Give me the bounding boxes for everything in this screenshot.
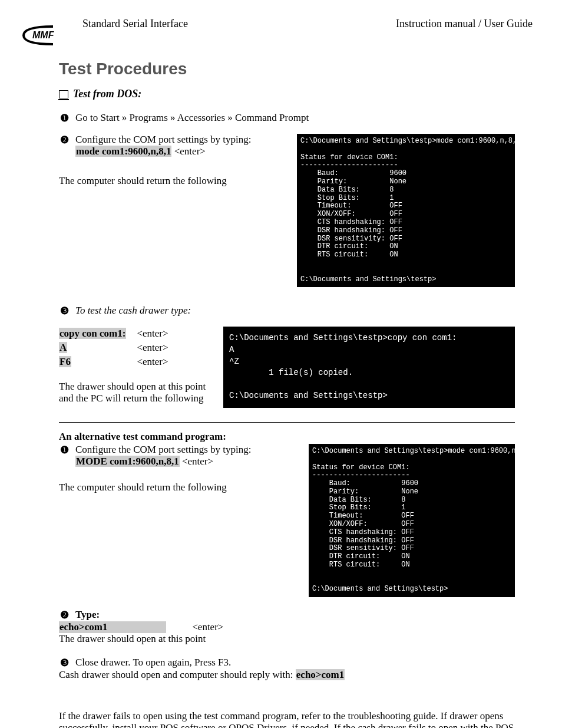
header-right: Instruction manual / User Guide: [396, 18, 533, 30]
bullet-2: ❷: [59, 134, 70, 146]
cmd-echo-com1: echo>com1: [59, 621, 166, 633]
bullet-3: ❸: [59, 305, 70, 317]
svg-text:MMF: MMF: [32, 30, 55, 40]
terminal-output-1: C:\Documents and Settings\testp>mode com…: [297, 134, 515, 287]
bullet-1: ❶: [59, 112, 70, 124]
alt-title: An alternative test command program:: [59, 431, 515, 443]
step-2: ❷ Configure the COM port settings by typ…: [59, 134, 285, 157]
subheading-test-from-dos: Test from DOS:: [59, 88, 515, 100]
bullet-alt2: ❷: [59, 609, 70, 621]
bullet-alt1: ❶: [59, 444, 70, 456]
step-3-label: ❸ To test the cash drawer type:: [59, 305, 515, 317]
monitor-icon: [59, 90, 68, 98]
alt-step-2: ❷ Type:: [59, 609, 515, 621]
page-header: Standard Serial Interface Instruction ma…: [82, 18, 533, 30]
step-1: ❶ Go to Start » Programs » Accessories »…: [59, 112, 515, 124]
section-divider: [59, 422, 515, 423]
alt-step-1: ❶ Configure the COM port settings by typ…: [59, 444, 297, 467]
section-title: Test Procedures: [59, 60, 533, 78]
bullet-alt3: ❸: [59, 657, 70, 669]
cmd-mode-com1: mode com1:9600,n,8,1: [75, 146, 171, 157]
cmd-table: copy con com1: <enter> A <enter> F6 <ent…: [59, 327, 179, 369]
mmf-logo: MMF: [15, 24, 68, 47]
terminal-output-3: C:\Documents and Settings\testp>mode com…: [309, 444, 515, 597]
cmd-mode-com1-caps: MODE com1:9600,n,8,1: [75, 456, 180, 467]
step2-result-label: The computer should return the following: [59, 175, 285, 187]
closing-paragraph: If the drawer fails to open using the te…: [59, 710, 515, 728]
header-left: Standard Serial Interface: [82, 18, 188, 30]
terminal-output-2: C:\Documents and Settings\testp>copy con…: [223, 327, 515, 408]
alt-step-3: ❸ Close drawer. To open again, Press F3.: [59, 657, 515, 669]
